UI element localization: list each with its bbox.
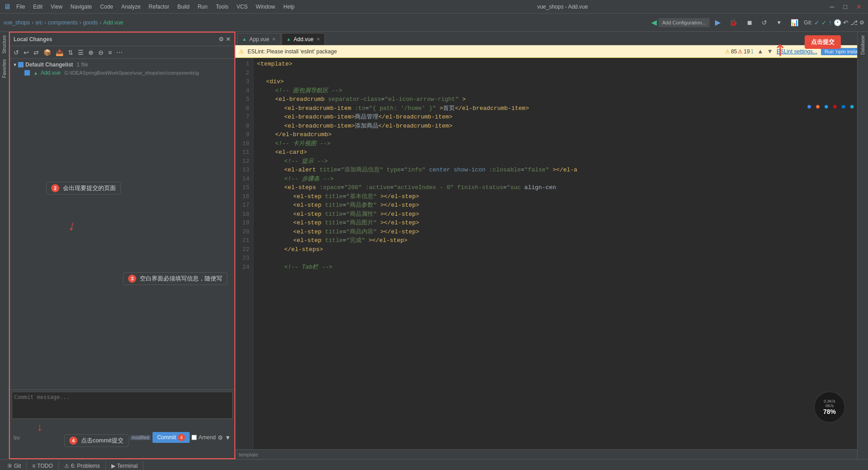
move-button[interactable]: ⇅ xyxy=(66,48,75,57)
commit-more-button[interactable]: ▼ xyxy=(225,434,231,441)
minimize-button[interactable]: ─ xyxy=(827,2,837,11)
local-changes-title: Local Changes xyxy=(14,36,52,43)
local-changes-panel: Local Changes ⚙ ✕ ↺ ↩ ⇄ 📦 📤 ⇅ ☰ ⊕ ⊖ ≡ ⋯ … xyxy=(9,32,235,459)
unshelve-button[interactable]: 📤 xyxy=(54,48,65,57)
filter-button[interactable]: ≡ xyxy=(106,48,114,57)
more-options-button[interactable]: ⋯ xyxy=(114,48,124,57)
menu-code[interactable]: Code xyxy=(96,3,117,11)
network-widget: 0.3K/s 0K/s 78% xyxy=(814,391,845,423)
maximize-button[interactable]: □ xyxy=(841,2,850,11)
reload-button[interactable]: ↺ xyxy=(758,17,771,28)
diff-button[interactable]: ⇄ xyxy=(32,48,41,57)
commit-options-button[interactable]: ⚙ xyxy=(218,434,223,441)
code-area[interactable]: <template> <div> <!-- 面包屑导航区 --> <el-bre… xyxy=(253,58,862,449)
expand-button[interactable]: ⊕ xyxy=(86,48,95,57)
git-tab[interactable]: ⑨ Git xyxy=(2,461,27,470)
git-revert-button[interactable]: ↶ xyxy=(843,19,849,26)
annotation-text-2: 会出现要提交的页面 xyxy=(63,185,116,191)
git-commit-green[interactable]: ✓ xyxy=(821,19,827,26)
code-line-23 xyxy=(257,254,858,263)
file-item[interactable]: ▲ Add.vue G:\IDEASpringBootWorkSpace\vue… xyxy=(12,69,233,77)
problems-tab[interactable]: ⚠ 6: Problems xyxy=(59,461,106,470)
structure-tab[interactable]: Structure xyxy=(2,33,7,56)
git-update-button[interactable]: ✓ xyxy=(814,19,820,26)
menu-navigate[interactable]: Navigate xyxy=(67,3,95,11)
changelist-expand-icon[interactable]: ▾ xyxy=(14,62,16,68)
opera-icon[interactable]: ● xyxy=(832,102,837,111)
menu-build[interactable]: Build xyxy=(174,3,193,11)
terminal-tab[interactable]: ▶ Terminal xyxy=(106,461,143,470)
code-line-10: <!-- 卡片视图 --> xyxy=(257,139,858,148)
annotation-balloon-2: 2 会出现要提交的页面 xyxy=(46,182,121,195)
problems-tab-label: 6: Problems xyxy=(71,463,100,469)
code-line-22: </el-steps> xyxy=(257,245,858,254)
amend-checkbox[interactable] xyxy=(191,435,197,440)
run-button[interactable]: ▶ xyxy=(711,16,724,28)
amend-label-text: Amend xyxy=(199,434,216,441)
panel-close-button[interactable]: ✕ xyxy=(226,36,231,43)
breadcrumb-components[interactable]: components xyxy=(48,19,77,26)
code-line-11: <el-card> xyxy=(257,148,858,157)
menu-view[interactable]: View xyxy=(47,3,66,11)
panel-settings-button[interactable]: ⚙ xyxy=(219,36,224,43)
menu-window[interactable]: Window xyxy=(252,3,279,11)
favorites-tab[interactable]: Favorites xyxy=(2,57,7,80)
menu-vcs[interactable]: VCS xyxy=(233,3,252,11)
code-line-18: <el-step title="商品属性" ></el-step> xyxy=(257,210,858,219)
refresh-button[interactable]: ↺ xyxy=(12,48,21,57)
line-numbers: 1 2 3 4 5 6 7 8 9 10 11 12 13 14 15 16 1… xyxy=(235,58,253,449)
file-checkbox[interactable] xyxy=(24,70,30,76)
breadcrumb-file[interactable]: Add.vue xyxy=(103,19,123,26)
vue-file-icon: ▲ xyxy=(33,71,38,76)
tab-app-vue[interactable]: ▲ App.vue ✕ xyxy=(237,33,281,45)
shelve-button[interactable]: 📦 xyxy=(42,48,53,57)
debug-button[interactable]: 🐞 xyxy=(726,17,741,28)
left-vertical-tabs: Structure Favorites xyxy=(0,32,9,459)
firefox-icon[interactable]: ● xyxy=(816,102,820,111)
code-line-16: <el-step title="基本信息" ></el-step> xyxy=(257,192,858,201)
expand-problems-button[interactable]: ▲ xyxy=(758,48,763,55)
commit-message-input[interactable] xyxy=(12,392,233,419)
chrome-icon[interactable]: ● xyxy=(807,102,812,111)
database-tab-button[interactable]: Database xyxy=(860,33,865,57)
bottom-panel-tabs: ⑨ Git ≡ TODO ⚠ 6: Problems ▶ Terminal xyxy=(0,459,868,470)
add-config-button[interactable]: Add Configuration... xyxy=(658,18,710,27)
changelist-checkbox[interactable] xyxy=(18,62,24,67)
menu-tools[interactable]: Tools xyxy=(212,3,232,11)
error-number: 19 xyxy=(744,48,749,55)
menu-help[interactable]: Help xyxy=(280,3,298,11)
git-commit-annotation-button[interactable]: 点击提交 xyxy=(805,35,841,49)
git-push-button[interactable]: ↑ xyxy=(829,19,832,26)
warning-number: 85 xyxy=(731,48,737,55)
close-button[interactable]: ✕ xyxy=(854,2,864,11)
commit-button[interactable]: Commit 4 xyxy=(153,432,189,443)
coverage-button[interactable]: 📊 xyxy=(787,17,802,28)
group-button[interactable]: ☰ xyxy=(76,48,86,57)
git-branch-button[interactable]: ⎇ xyxy=(850,19,858,26)
tab-add-vue[interactable]: ▲ Add.vue ✕ xyxy=(281,33,325,45)
code-line-21: <el-step title="完成" ></el-step> xyxy=(257,236,858,245)
edge-icon[interactable]: ● xyxy=(841,102,846,111)
tab-add-label: Add.vue xyxy=(294,36,314,43)
menu-refactor[interactable]: Refactor xyxy=(145,3,173,11)
tab-app-close[interactable]: ✕ xyxy=(272,37,276,42)
menu-file[interactable]: File xyxy=(13,3,29,11)
git-history-button[interactable]: 🕐 xyxy=(834,19,841,26)
breadcrumb-project[interactable]: vue_shops xyxy=(4,19,30,26)
more-button[interactable]: ▼ xyxy=(773,18,785,28)
collapse-button[interactable]: ⊖ xyxy=(96,48,105,57)
tab-add-close[interactable]: ✕ xyxy=(316,37,320,42)
stop-button[interactable]: ⏹ xyxy=(743,17,756,28)
todo-tab[interactable]: ≡ TODO xyxy=(27,461,58,470)
breadcrumb-src[interactable]: src xyxy=(35,19,43,26)
undo-button[interactable]: ↩ xyxy=(22,48,31,57)
menu-run[interactable]: Run xyxy=(194,3,211,11)
menu-edit[interactable]: Edit xyxy=(29,3,46,11)
breadcrumb-goods[interactable]: goods xyxy=(83,19,98,26)
menu-analyze[interactable]: Analyze xyxy=(118,3,144,11)
ie-icon[interactable]: ● xyxy=(849,102,854,111)
git-settings-button[interactable]: ⚙ xyxy=(859,19,864,26)
app-icon: 🖥 xyxy=(4,3,11,11)
todo-tab-icon: ≡ xyxy=(32,463,35,469)
safari-icon[interactable]: ● xyxy=(824,102,829,111)
